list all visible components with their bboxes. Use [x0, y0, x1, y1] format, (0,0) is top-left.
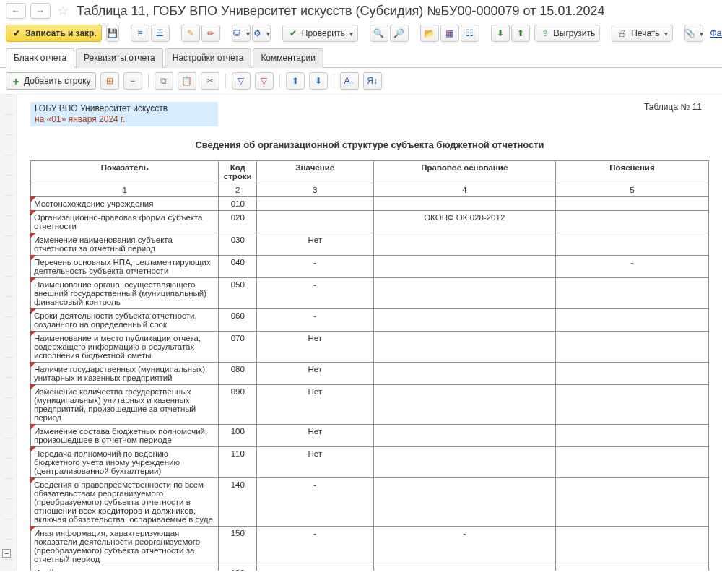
cell-code: 040: [219, 256, 257, 278]
sheet-scroll[interactable]: ГОБУ ВПО Университет искусств на «01» ян…: [17, 94, 722, 571]
cell-value[interactable]: -: [256, 256, 373, 278]
doc-list-button[interactable]: ≡: [131, 25, 149, 42]
cell-value[interactable]: -: [256, 309, 373, 332]
cell-legal[interactable]: [373, 566, 555, 571]
functions-button[interactable]: ⚙▾: [252, 25, 271, 42]
nav-back-button[interactable]: ←: [6, 3, 26, 19]
cell-indicator[interactable]: Изменение состава бюджетных полномочий, …: [31, 425, 219, 447]
cell-value[interactable]: Нет: [256, 233, 373, 256]
sort-desc-button[interactable]: Я↓: [363, 72, 382, 90]
find-clear-button[interactable]: 🔎: [390, 25, 409, 42]
cell-legal[interactable]: [373, 233, 555, 256]
edit-button[interactable]: ✎: [181, 25, 200, 42]
delete-row-button[interactable]: −: [123, 72, 142, 90]
cell-indicator[interactable]: Изменение наименования субъекта отчетнос…: [31, 233, 219, 256]
cell-indicator[interactable]: Иной показатель:: [31, 566, 219, 571]
filter-on-button[interactable]: ▽: [232, 72, 251, 90]
collapse-group-button[interactable]: −: [2, 549, 11, 558]
print-button[interactable]: 🖨 Печать ▾: [612, 25, 672, 42]
cell-note[interactable]: [555, 447, 708, 478]
cell-indicator[interactable]: Организационно-правовая форма субъекта о…: [31, 211, 219, 233]
paste-cells-button[interactable]: 📋: [178, 72, 196, 90]
move-up-button[interactable]: ⬆: [286, 72, 305, 90]
cell-note[interactable]: [555, 211, 708, 233]
cell-indicator[interactable]: Изменение количества государственных (му…: [31, 385, 219, 425]
cell-indicator[interactable]: Иная информация, характеризующая показат…: [31, 527, 219, 566]
report-grid-button[interactable]: ▦: [440, 25, 459, 42]
tab-comments[interactable]: Комментарии: [253, 48, 323, 68]
cell-legal[interactable]: [373, 256, 555, 278]
move-down-button[interactable]: ⬇: [309, 72, 328, 90]
folder-icon: 📂: [424, 27, 435, 39]
cell-indicator[interactable]: Передача полномочий по ведению бюджетног…: [31, 447, 219, 478]
cell-value[interactable]: Нет: [256, 363, 373, 385]
cell-note[interactable]: [555, 425, 708, 447]
cell-note[interactable]: -: [555, 256, 708, 278]
excel-in-button[interactable]: ⬇: [491, 25, 510, 42]
cell-legal[interactable]: [373, 425, 555, 447]
cell-indicator[interactable]: Сроки деятельности субъекта отчетности, …: [31, 309, 219, 332]
copy-cells-button[interactable]: ⧉: [155, 72, 173, 90]
cell-value[interactable]: [256, 211, 373, 233]
cell-note[interactable]: [555, 363, 708, 385]
find-button[interactable]: 🔍: [370, 25, 388, 42]
cell-legal[interactable]: [373, 278, 555, 309]
excel-out-button[interactable]: ⬆: [511, 25, 530, 42]
cell-value[interactable]: Нет: [256, 385, 373, 425]
favorite-star-icon[interactable]: ☆: [55, 3, 71, 19]
cell-legal[interactable]: [373, 332, 555, 363]
open-folder-button[interactable]: 📂: [420, 25, 439, 42]
save-and-close-button[interactable]: ✔ Записать и закр.: [6, 25, 102, 42]
save-button[interactable]: 💾: [106, 25, 119, 42]
cell-note[interactable]: [555, 566, 708, 571]
cell-note[interactable]: [555, 233, 708, 256]
cell-legal[interactable]: [373, 309, 555, 332]
cell-value[interactable]: -: [256, 278, 373, 309]
cell-legal[interactable]: [373, 478, 555, 527]
cell-value[interactable]: [256, 197, 373, 211]
cell-value[interactable]: -: [256, 478, 373, 527]
erase-button[interactable]: ✂: [201, 72, 219, 90]
cell-indicator[interactable]: Местонахождение учреждения: [31, 197, 219, 211]
cell-legal[interactable]: [373, 197, 555, 211]
cell-legal[interactable]: ОКОПФ ОК 028-2012: [373, 211, 555, 233]
cell-value[interactable]: -: [256, 527, 373, 566]
structure-button[interactable]: ⛁▾: [232, 25, 251, 42]
check-label: Проверить: [302, 28, 345, 38]
cancel-edit-button[interactable]: ✏: [201, 25, 220, 42]
cell-legal[interactable]: [373, 447, 555, 478]
cell-indicator[interactable]: Сведения о правопреемственности по всем …: [31, 478, 219, 527]
cell-indicator[interactable]: Перечень основных НПА, регламентирующих …: [31, 256, 219, 278]
tab-report-blank[interactable]: Бланк отчета: [6, 48, 74, 68]
cell-note[interactable]: [555, 309, 708, 332]
check-button[interactable]: ✔ Проверить ▾: [282, 25, 358, 42]
cell-note[interactable]: [555, 332, 708, 363]
cell-note[interactable]: [555, 385, 708, 425]
cell-indicator[interactable]: Наличие государственных (муниципальных) …: [31, 363, 219, 385]
tab-report-props[interactable]: Реквизиты отчета: [76, 48, 163, 68]
cell-note[interactable]: [555, 478, 708, 527]
cell-value[interactable]: Нет: [256, 425, 373, 447]
tab-report-settings[interactable]: Настройки отчета: [165, 48, 252, 68]
cell-value[interactable]: Нет: [256, 447, 373, 478]
cell-note[interactable]: [555, 527, 708, 566]
cell-legal[interactable]: [373, 363, 555, 385]
cell-value[interactable]: [256, 566, 373, 571]
nav-forward-button[interactable]: →: [30, 3, 51, 19]
insert-row-button[interactable]: ⊞: [100, 72, 119, 90]
cell-legal[interactable]: -: [373, 527, 555, 566]
cell-note[interactable]: [555, 278, 708, 309]
report-tree-button[interactable]: ☷: [461, 25, 479, 42]
attach-button[interactable]: 📎▾: [684, 25, 703, 42]
cell-note[interactable]: [555, 197, 708, 211]
export-button[interactable]: ⇪ Выгрузить: [534, 25, 601, 42]
doc-list-alt-button[interactable]: ☲: [151, 25, 170, 42]
filter-off-button[interactable]: ▽: [255, 72, 274, 90]
sort-asc-button[interactable]: A↓: [340, 72, 359, 90]
cell-indicator[interactable]: Наименование и место публикации отчета, …: [31, 332, 219, 363]
cell-value[interactable]: Нет: [256, 332, 373, 363]
add-row-button[interactable]: ＋ Добавить строку: [6, 72, 96, 90]
cell-legal[interactable]: [373, 385, 555, 425]
cell-indicator[interactable]: Наименование органа, осуществляющего вне…: [31, 278, 219, 309]
files-link[interactable]: Файлы: [710, 28, 722, 38]
